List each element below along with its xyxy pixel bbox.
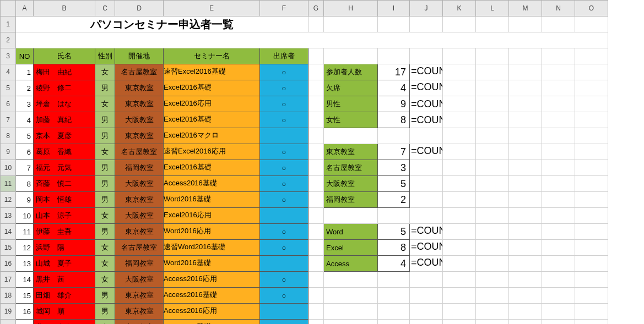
att-cell[interactable]: [260, 128, 309, 144]
cell[interactable]: [410, 288, 443, 304]
cell[interactable]: [509, 224, 542, 240]
name-cell[interactable]: 福元 元気: [34, 160, 95, 176]
att-cell[interactable]: ○: [260, 160, 309, 176]
no-cell[interactable]: 16: [16, 304, 34, 320]
cell[interactable]: [476, 64, 509, 80]
cell[interactable]: [443, 64, 476, 80]
cell[interactable]: [378, 320, 410, 325]
cell[interactable]: [309, 64, 324, 80]
stat-label[interactable]: 欠席: [324, 80, 378, 96]
cell[interactable]: [410, 208, 443, 224]
loc-cell[interactable]: 大阪教室: [115, 208, 164, 224]
att-cell[interactable]: [260, 256, 309, 272]
cell[interactable]: [324, 288, 378, 304]
col-header[interactable]: G: [309, 1, 324, 17]
loc-cell[interactable]: 大阪教室: [115, 320, 164, 325]
cell[interactable]: [509, 96, 542, 112]
cell[interactable]: [309, 144, 324, 160]
sex-cell[interactable]: 男: [95, 176, 115, 192]
cell[interactable]: [476, 304, 509, 320]
name-cell[interactable]: 藤下 真未: [34, 320, 95, 325]
sem-cell[interactable]: Access2016基礎: [164, 288, 260, 304]
name-cell[interactable]: 坪倉 はな: [34, 96, 95, 112]
cell[interactable]: [575, 240, 608, 256]
cell[interactable]: [509, 272, 542, 288]
row-header[interactable]: 11: [1, 176, 16, 192]
sex-cell[interactable]: 男: [95, 160, 115, 176]
sex-cell[interactable]: 女: [95, 240, 115, 256]
cell[interactable]: [542, 272, 575, 288]
sem-cell[interactable]: 速習Excel2016基礎: [164, 64, 260, 80]
loc-cell[interactable]: 東京教室: [115, 304, 164, 320]
row-header[interactable]: 6: [1, 96, 16, 112]
col-header[interactable]: [1, 1, 16, 17]
cell[interactable]: [443, 224, 476, 240]
name-cell[interactable]: 山本 涼子: [34, 208, 95, 224]
cell[interactable]: [443, 160, 476, 176]
stat-label[interactable]: Excel: [324, 240, 378, 256]
name-cell[interactable]: 黒井 茜: [34, 272, 95, 288]
cell[interactable]: [410, 128, 443, 144]
stat-value[interactable]: 7: [378, 144, 410, 160]
cell[interactable]: [476, 144, 509, 160]
cell[interactable]: [476, 176, 509, 192]
stat-value[interactable]: 8: [378, 112, 410, 128]
loc-cell[interactable]: 名古屋教室: [115, 144, 164, 160]
row-header[interactable]: 4: [1, 64, 16, 80]
col-header[interactable]: M: [509, 1, 542, 17]
cell[interactable]: [542, 224, 575, 240]
stat-value[interactable]: 4: [378, 80, 410, 96]
name-cell[interactable]: 岡本 恒雄: [34, 192, 95, 208]
loc-cell[interactable]: 東京教室: [115, 192, 164, 208]
no-cell[interactable]: 10: [16, 208, 34, 224]
name-cell[interactable]: 伊藤 圭吾: [34, 224, 95, 240]
att-cell[interactable]: ○: [260, 96, 309, 112]
loc-cell[interactable]: 名古屋教室: [115, 240, 164, 256]
cell[interactable]: [443, 112, 476, 128]
cell[interactable]: [542, 320, 575, 325]
name-cell[interactable]: 斉藤 慎二: [34, 176, 95, 192]
cell[interactable]: [309, 288, 324, 304]
loc-cell[interactable]: 名古屋教室: [115, 64, 164, 80]
cell[interactable]: [443, 320, 476, 325]
att-cell[interactable]: ○: [260, 144, 309, 160]
loc-cell[interactable]: 東京教室: [115, 288, 164, 304]
no-cell[interactable]: 17: [16, 320, 34, 325]
sex-cell[interactable]: 男: [95, 224, 115, 240]
cell[interactable]: [509, 288, 542, 304]
cell[interactable]: [542, 176, 575, 192]
cell[interactable]: [443, 144, 476, 160]
col-header[interactable]: O: [575, 1, 608, 17]
cell[interactable]: [324, 208, 378, 224]
cell[interactable]: [410, 176, 443, 192]
no-cell[interactable]: 7: [16, 160, 34, 176]
att-cell[interactable]: ○: [260, 176, 309, 192]
stat-value[interactable]: 4: [378, 256, 410, 272]
cell[interactable]: [542, 128, 575, 144]
cell[interactable]: [509, 160, 542, 176]
name-cell[interactable]: 加藤 真紀: [34, 112, 95, 128]
cell[interactable]: [575, 176, 608, 192]
row-header[interactable]: 10: [1, 160, 16, 176]
loc-cell[interactable]: 福岡教室: [115, 160, 164, 176]
sem-cell[interactable]: Word2016基礎: [164, 192, 260, 208]
cell[interactable]: [509, 112, 542, 128]
cell[interactable]: [410, 304, 443, 320]
grid[interactable]: ABCDEFGHIJKLMNO 1 パソコンセミナー申込者一覧 2 3 NO 氏…: [0, 0, 608, 324]
no-cell[interactable]: 15: [16, 288, 34, 304]
cell[interactable]: [509, 192, 542, 208]
sex-cell[interactable]: 男: [95, 112, 115, 128]
name-cell[interactable]: 城岡 順: [34, 304, 95, 320]
no-cell[interactable]: 8: [16, 176, 34, 192]
cell[interactable]: [378, 128, 410, 144]
stat-value[interactable]: 5: [378, 176, 410, 192]
att-cell[interactable]: ○: [260, 320, 309, 325]
cell[interactable]: [443, 256, 476, 272]
cell[interactable]: [443, 240, 476, 256]
sex-cell[interactable]: 女: [95, 320, 115, 325]
cell[interactable]: [542, 112, 575, 128]
no-cell[interactable]: 14: [16, 272, 34, 288]
cell[interactable]: [410, 160, 443, 176]
cell[interactable]: [476, 192, 509, 208]
sem-cell[interactable]: Access2016応用: [164, 304, 260, 320]
